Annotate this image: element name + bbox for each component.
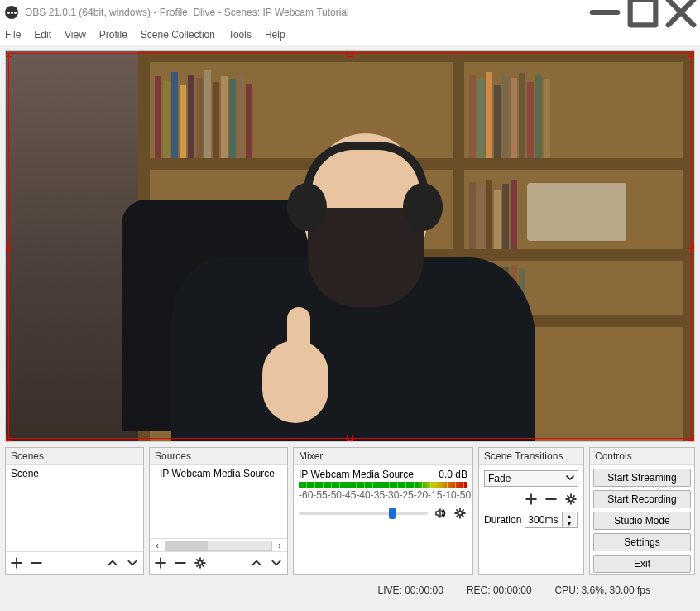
preview-canvas[interactable] xyxy=(5,50,695,442)
source-selection-outline[interactable] xyxy=(8,53,692,439)
mixer-panel: Mixer IP Webcam Media Source 0.0 dB -60-… xyxy=(293,447,473,575)
obs-logo-icon xyxy=(5,6,18,19)
scroll-left-icon[interactable]: ‹ xyxy=(151,541,163,551)
exit-button[interactable]: Exit xyxy=(593,555,691,573)
close-button[interactable] xyxy=(662,0,700,25)
spin-down-icon[interactable]: ▼ xyxy=(563,520,575,527)
duration-input[interactable] xyxy=(525,512,562,527)
transition-select[interactable]: Fade xyxy=(484,470,578,487)
source-label: IP Webcam Media Source xyxy=(160,468,275,479)
studio-mode-button[interactable]: Studio Mode xyxy=(593,512,691,530)
mixer-title: Mixer xyxy=(294,448,472,465)
horizontal-scrollbar[interactable]: ‹ › xyxy=(150,538,287,551)
status-live: LIVE: 00:00:00 xyxy=(377,585,443,596)
menu-scene-collection[interactable]: Scene Collection xyxy=(141,29,215,41)
minimize-button[interactable] xyxy=(586,0,624,25)
move-scene-down-button[interactable] xyxy=(125,556,140,570)
volume-slider[interactable] xyxy=(299,512,428,515)
transition-value: Fade xyxy=(488,473,511,484)
menu-profile[interactable]: Profile xyxy=(99,29,127,41)
add-transition-button[interactable] xyxy=(524,492,539,507)
scene-item[interactable]: Scene xyxy=(6,465,143,482)
add-source-button[interactable] xyxy=(153,556,168,570)
menu-view[interactable]: View xyxy=(65,29,86,41)
spin-up-icon[interactable]: ▲ xyxy=(563,512,575,520)
source-item[interactable]: IP Webcam Media Source xyxy=(150,465,287,482)
settings-button[interactable]: Settings xyxy=(593,533,691,551)
meter-ticks: -60-55-50-45-40-35-30-25-20-15-10-50 xyxy=(299,489,467,501)
svg-point-14 xyxy=(458,512,463,516)
svg-rect-1 xyxy=(630,0,656,25)
window-title: OBS 21.0.1 (64bit, windows) - Profile: D… xyxy=(25,7,586,18)
titlebar: OBS 21.0.1 (64bit, windows) - Profile: D… xyxy=(0,0,700,25)
start-recording-button[interactable]: Start Recording xyxy=(593,490,691,508)
mixer-settings-icon[interactable] xyxy=(453,506,467,521)
scenes-title: Scenes xyxy=(6,448,143,465)
scroll-right-icon[interactable]: › xyxy=(274,541,285,551)
menu-tools[interactable]: Tools xyxy=(228,29,252,41)
audio-meter xyxy=(299,482,467,488)
duration-label: Duration xyxy=(484,514,521,526)
maximize-button[interactable] xyxy=(624,0,662,25)
add-scene-button[interactable] xyxy=(9,556,24,570)
menu-file[interactable]: File xyxy=(5,29,21,41)
remove-scene-button[interactable] xyxy=(29,556,44,570)
remove-source-button[interactable] xyxy=(173,556,188,570)
start-streaming-button[interactable]: Start Streaming xyxy=(593,469,691,487)
transitions-title: Scene Transitions xyxy=(479,448,583,465)
menu-edit[interactable]: Edit xyxy=(34,29,51,41)
source-properties-button[interactable] xyxy=(193,556,208,570)
transition-properties-button[interactable] xyxy=(563,492,578,507)
mute-icon[interactable] xyxy=(433,506,448,521)
duration-spinner[interactable]: ▲ ▼ xyxy=(525,512,578,528)
status-rec: REC: 00:00:00 xyxy=(467,585,532,596)
mixer-source-label: IP Webcam Media Source xyxy=(299,469,414,480)
move-source-down-button[interactable] xyxy=(269,556,284,570)
statusbar: LIVE: 00:00:00 REC: 00:00:00 CPU: 3.6%, … xyxy=(0,580,700,599)
svg-point-18 xyxy=(569,498,573,502)
menu-help[interactable]: Help xyxy=(265,29,285,41)
scenes-panel: Scenes Scene xyxy=(5,447,144,575)
transitions-panel: Scene Transitions Fade Duration ▲ ▼ xyxy=(478,447,584,575)
move-source-up-button[interactable] xyxy=(249,556,264,570)
remove-transition-button[interactable] xyxy=(544,492,559,507)
chevron-down-icon xyxy=(566,473,574,484)
svg-point-13 xyxy=(199,561,203,565)
sources-title: Sources xyxy=(150,448,287,465)
status-cpu: CPU: 3.6%, 30.00 fps xyxy=(555,585,650,596)
sources-panel: Sources IP Webcam Media Source ‹ › xyxy=(149,447,288,575)
controls-panel: Controls Start Streaming Start Recording… xyxy=(589,447,695,575)
controls-title: Controls xyxy=(590,448,694,465)
move-scene-up-button[interactable] xyxy=(105,556,120,570)
mixer-db-value: 0.0 dB xyxy=(439,469,467,480)
